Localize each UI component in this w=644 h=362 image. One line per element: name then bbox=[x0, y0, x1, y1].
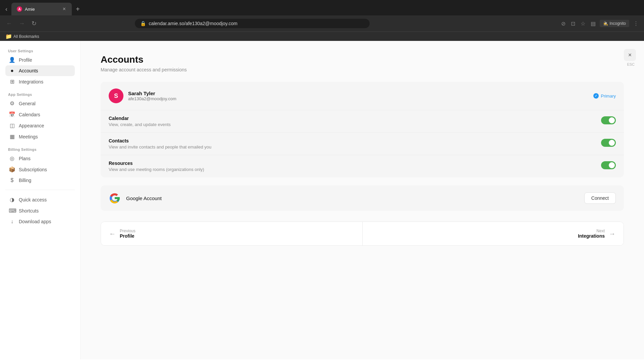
sidebar-item-shortcuts-label: Shortcuts bbox=[19, 208, 39, 214]
account-name: Sarah Tyler bbox=[128, 90, 589, 96]
avatar: S bbox=[109, 88, 123, 103]
next-nav-label: Next bbox=[596, 229, 605, 233]
tab-history-back[interactable]: ‹ bbox=[3, 4, 10, 14]
tab-title: Amie bbox=[25, 7, 59, 12]
permission-row-calendar: Calendar View, create, and update events bbox=[101, 110, 624, 132]
browser-chrome: ‹ A Amie × + ← → ↻ 🔒 calendar.amie.so/af… bbox=[0, 0, 644, 41]
url-display: calendar.amie.so/afe130a2@moodjoy.com bbox=[149, 21, 364, 26]
sidebar-item-quick-access-label: Quick access bbox=[19, 197, 47, 202]
general-icon: ⚙ bbox=[9, 100, 15, 107]
sidebar-item-profile[interactable]: 👤 Profile bbox=[5, 54, 75, 65]
account-email: afe130a2@moodjoy.com bbox=[128, 96, 589, 101]
shortcuts-icon: ⌨ bbox=[9, 207, 15, 214]
sidebar-item-appearance[interactable]: ◫ Appearance bbox=[5, 120, 75, 131]
close-button[interactable]: × bbox=[624, 49, 636, 61]
google-account-label: Google Account bbox=[126, 195, 584, 201]
download-icon: ↓ bbox=[9, 219, 15, 225]
esc-label: ESC bbox=[627, 62, 635, 66]
toggle-resources[interactable] bbox=[601, 161, 616, 169]
sidebar-icon[interactable]: ▤ bbox=[589, 19, 597, 28]
sidebar-item-plans[interactable]: ◎ Plans bbox=[5, 153, 75, 164]
permission-desc-contacts: View and invite contacts and people that… bbox=[109, 144, 601, 149]
permission-desc-calendar: View, create, and update events bbox=[109, 122, 601, 127]
back-button[interactable]: ← bbox=[4, 19, 14, 28]
sidebar-item-subscriptions-label: Subscriptions bbox=[19, 167, 47, 172]
next-nav-button[interactable]: Next Integrations → bbox=[363, 222, 624, 245]
sidebar-item-quick-access[interactable]: ◑ Quick access bbox=[5, 194, 75, 205]
sidebar-item-shortcuts[interactable]: ⌨ Shortcuts bbox=[5, 205, 75, 216]
permission-info-resources: Resources View and use meeting rooms (or… bbox=[109, 161, 601, 172]
prev-nav-info: Previous Profile bbox=[120, 229, 136, 239]
menu-button[interactable]: ⋮ bbox=[632, 19, 640, 28]
sidebar: User Settings 👤 Profile ● Accounts ⊞ Int… bbox=[0, 41, 80, 359]
billing-icon: $ bbox=[9, 177, 15, 183]
bookmarks-folder-icon: 📁 bbox=[5, 33, 12, 40]
profile-icon: 👤 bbox=[9, 57, 15, 63]
toolbar-actions: ⊘ ⊡ ☆ ▤ 🕵 Incognito ⋮ bbox=[560, 19, 640, 28]
billing-settings-label: Billing Settings bbox=[5, 147, 75, 152]
page-title: Accounts bbox=[101, 54, 624, 65]
permission-info-contacts: Contacts View and invite contacts and pe… bbox=[109, 138, 601, 149]
primary-label: Primary bbox=[601, 94, 616, 99]
reload-button[interactable]: ↻ bbox=[30, 18, 39, 28]
nav-footer: ← Previous Profile Next Integrations → bbox=[101, 222, 624, 246]
sidebar-item-accounts-label: Accounts bbox=[19, 68, 38, 73]
toggle-slider-resources bbox=[601, 161, 616, 169]
bookmark-icon[interactable]: ☆ bbox=[579, 19, 587, 28]
prev-arrow-icon: ← bbox=[109, 230, 116, 238]
account-card: S Sarah Tyler afe130a2@moodjoy.com Prima… bbox=[101, 82, 624, 177]
next-arrow-icon: → bbox=[609, 230, 615, 238]
sidebar-item-plans-label: Plans bbox=[19, 156, 31, 161]
toggle-calendar[interactable] bbox=[601, 116, 616, 124]
accounts-icon: ● bbox=[9, 68, 15, 74]
plans-icon: ◎ bbox=[9, 155, 15, 162]
sidebar-item-calendars[interactable]: 📅 Calendars bbox=[5, 109, 75, 120]
bookmarks-bar: 📁 All Bookmarks bbox=[0, 32, 644, 41]
prev-nav-name: Profile bbox=[120, 233, 136, 239]
incognito-badge: 🕵 Incognito bbox=[600, 20, 629, 27]
permission-name-contacts: Contacts bbox=[109, 138, 601, 143]
permission-row-resources: Resources View and use meeting rooms (or… bbox=[101, 155, 624, 177]
next-nav-name: Integrations bbox=[578, 233, 605, 239]
sidebar-item-download-apps[interactable]: ↓ Download apps bbox=[5, 216, 75, 227]
sidebar-item-appearance-label: Appearance bbox=[19, 123, 44, 128]
prev-nav-button[interactable]: ← Previous Profile bbox=[101, 222, 363, 245]
lock-icon: 🔒 bbox=[140, 21, 146, 26]
integrations-icon: ⊞ bbox=[9, 78, 15, 85]
sidebar-item-meetings[interactable]: ▦ Meetings bbox=[5, 131, 75, 142]
sidebar-item-accounts[interactable]: ● Accounts bbox=[5, 65, 75, 76]
browser-toolbar: ← → ↻ 🔒 calendar.amie.so/afe130a2@moodjo… bbox=[0, 15, 644, 32]
permission-name-resources: Resources bbox=[109, 161, 601, 166]
permission-row-contacts: Contacts View and invite contacts and pe… bbox=[101, 132, 624, 155]
forward-button[interactable]: → bbox=[17, 19, 27, 28]
primary-badge: Primary bbox=[593, 93, 616, 99]
user-settings-label: User Settings bbox=[5, 49, 75, 53]
browser-tab-active[interactable]: A Amie × bbox=[11, 3, 72, 15]
main-content: × ESC Accounts Manage account access and… bbox=[80, 41, 644, 359]
sidebar-item-subscriptions[interactable]: 📦 Subscriptions bbox=[5, 164, 75, 175]
appearance-icon: ◫ bbox=[9, 122, 15, 129]
toggle-contacts[interactable] bbox=[601, 139, 616, 147]
toggle-slider-contacts bbox=[601, 139, 616, 147]
tab-favicon: A bbox=[17, 6, 22, 12]
tab-close-button[interactable]: × bbox=[62, 5, 66, 13]
sidebar-item-general[interactable]: ⚙ General bbox=[5, 98, 75, 109]
app-container: User Settings 👤 Profile ● Accounts ⊞ Int… bbox=[0, 41, 644, 359]
account-header: S Sarah Tyler afe130a2@moodjoy.com Prima… bbox=[101, 82, 624, 110]
media-icon[interactable]: ⊡ bbox=[570, 19, 577, 28]
sidebar-item-integrations-label: Integrations bbox=[19, 79, 43, 84]
page-subtitle: Manage account access and permissions bbox=[101, 67, 624, 72]
cast-icon[interactable]: ⊘ bbox=[560, 19, 567, 28]
calendars-icon: 📅 bbox=[9, 111, 15, 118]
sidebar-item-integrations[interactable]: ⊞ Integrations bbox=[5, 76, 75, 87]
bookmarks-label: All Bookmarks bbox=[13, 34, 39, 39]
connect-button[interactable]: Connect bbox=[584, 192, 616, 204]
browser-tabs: ‹ A Amie × + bbox=[0, 0, 644, 15]
quick-access-icon: ◑ bbox=[9, 196, 15, 203]
account-info: Sarah Tyler afe130a2@moodjoy.com bbox=[128, 90, 589, 101]
permission-name-calendar: Calendar bbox=[109, 116, 601, 121]
sidebar-item-billing[interactable]: $ Billing bbox=[5, 175, 75, 186]
new-tab-button[interactable]: + bbox=[73, 4, 83, 14]
sidebar-item-meetings-label: Meetings bbox=[19, 134, 38, 139]
address-bar[interactable]: 🔒 calendar.amie.so/afe130a2@moodjoy.com bbox=[135, 19, 370, 28]
